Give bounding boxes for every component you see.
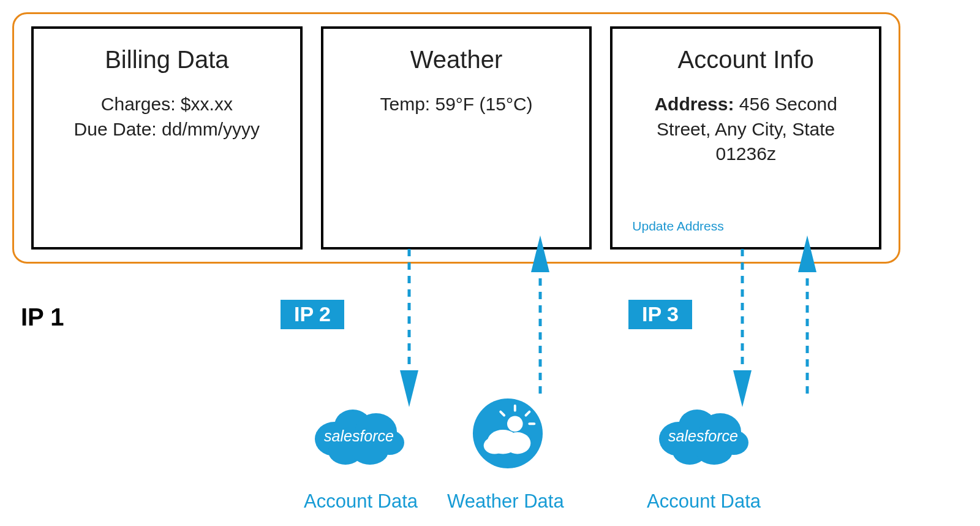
billing-title: Billing Data	[52, 46, 282, 74]
svg-text:salesforce: salesforce	[324, 427, 394, 444]
caption-account-data-2: Account Data	[647, 490, 761, 513]
weather-source-icon	[472, 397, 544, 470]
billing-due-line: Due Date: dd/mm/yyyy	[52, 117, 282, 142]
due-label: Due Date:	[74, 119, 157, 139]
account-address: Address: 456 Second Street, Any City, St…	[631, 92, 861, 167]
salesforce-icon-1: salesforce	[310, 401, 408, 468]
caption-weather-data: Weather Data	[447, 490, 564, 513]
temp-value: 59°F (15°C)	[435, 94, 533, 114]
update-address-link[interactable]: Update Address	[632, 219, 723, 234]
weather-temp-line: Temp: 59°F (15°C)	[342, 92, 571, 117]
billing-charges-line: Charges: $xx.xx	[52, 92, 282, 117]
account-up-arrow	[800, 248, 818, 398]
weather-title: Weather	[342, 46, 571, 74]
charges-label: Charges:	[101, 94, 176, 114]
integration-procedure-diagram: Billing Data Charges: $xx.xx Due Date: d…	[0, 0, 980, 526]
svg-text:salesforce: salesforce	[668, 427, 738, 444]
svg-point-18	[504, 432, 530, 454]
ip3-badge: IP 3	[628, 300, 692, 329]
ip2-down-arrow	[402, 248, 420, 398]
flexcard-group: Billing Data Charges: $xx.xx Due Date: d…	[12, 12, 900, 264]
salesforce-icon-2: salesforce	[654, 401, 752, 468]
svg-point-19	[484, 437, 505, 454]
ip1-label: IP 1	[21, 303, 64, 331]
billing-card: Billing Data Charges: $xx.xx Due Date: d…	[31, 26, 303, 250]
ip2-badge: IP 2	[281, 300, 344, 329]
due-value: dd/mm/yyyy	[162, 119, 260, 139]
account-card: Account Info Address: 456 Second Street,…	[610, 26, 881, 250]
charges-value: $xx.xx	[181, 94, 233, 114]
address-label: Address:	[654, 94, 734, 114]
ip3-down-arrow	[735, 248, 753, 398]
caption-account-data-1: Account Data	[304, 490, 418, 513]
temp-label: Temp:	[380, 94, 430, 114]
weather-card: Weather Temp: 59°F (15°C)	[321, 26, 592, 250]
svg-point-12	[507, 416, 523, 432]
weather-up-arrow	[533, 248, 551, 398]
account-title: Account Info	[631, 46, 861, 74]
